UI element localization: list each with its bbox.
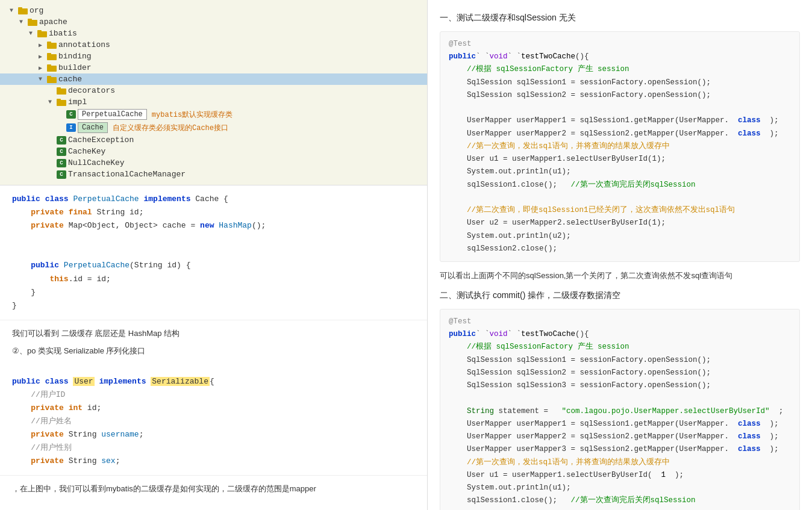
arrow-icon bbox=[39, 76, 46, 82]
folder-icon bbox=[28, 18, 37, 26]
tree-item-cachekey[interactable]: C CacheKey bbox=[0, 146, 427, 157]
code-line: sqlSession2.close(); bbox=[449, 243, 791, 255]
code-line: //用户姓名 bbox=[12, 415, 415, 428]
code-line: public class PerpetualCache implements C… bbox=[12, 193, 415, 206]
left-panel: org apache ibatis bbox=[0, 0, 428, 510]
tree-item-binding[interactable]: binding bbox=[0, 51, 427, 62]
arrow-icon bbox=[10, 7, 17, 14]
svg-rect-3 bbox=[28, 19, 32, 20]
folder-open-icon bbox=[47, 75, 57, 83]
arrow-icon bbox=[48, 99, 55, 105]
interface-icon: I bbox=[66, 123, 76, 132]
tree-label-nullcachekey: NullCacheKey bbox=[68, 158, 125, 167]
code-line: SqlSession sqlSession2 = sessionFactory.… bbox=[449, 367, 791, 379]
tree-label-ibatis: ibatis bbox=[49, 29, 77, 38]
text-block-bottom: ，在上图中，我们可以看到mybatis的二级缓存是如何实现的，二级缓存的范围是m… bbox=[0, 476, 427, 505]
code-line: User u2 = userMapper2.selectUserByUserId… bbox=[449, 217, 791, 229]
code-line: private final String id; bbox=[12, 206, 415, 219]
folder-icon bbox=[47, 41, 57, 49]
code-line: User u1 = userMapper1.selectUserByUserId… bbox=[449, 153, 791, 166]
code-line: UserMapper userMapper2 = sqlSession2.get… bbox=[449, 128, 791, 140]
tree-label-cachekey: CacheKey bbox=[68, 147, 105, 156]
code-line: sqlSession1.close(); //第一次查询完后关闭sqlSessi… bbox=[449, 179, 791, 191]
tree-label-decorators: decorators bbox=[68, 86, 115, 95]
code-line: sqlSession1.close(); //第一次查询完后关闭sqlSessi… bbox=[449, 494, 791, 507]
code-block-user: public class User implements Serializabl… bbox=[0, 368, 427, 476]
code-line: String statement = "com.lagou.pojo.UserM… bbox=[449, 405, 791, 418]
code-line bbox=[12, 232, 415, 246]
class-icon: C bbox=[57, 170, 66, 179]
file-tree: org apache ibatis bbox=[0, 0, 427, 185]
class-icon: C bbox=[57, 148, 66, 156]
code-line: //根据 sqlSessionFactory 产生 session bbox=[449, 341, 791, 353]
section1-title: 一、测试二级缓存和sqlSession 无关 bbox=[440, 11, 800, 25]
svg-rect-8 bbox=[47, 54, 57, 60]
tree-label-org: org bbox=[30, 6, 43, 15]
code-line: UserMapper userMapper1 = sqlSession1.get… bbox=[449, 418, 791, 431]
tree-item-annotations[interactable]: annotations bbox=[0, 39, 427, 51]
svg-rect-7 bbox=[47, 42, 51, 43]
tree-label-apache: apache bbox=[39, 17, 67, 26]
arrow-icon bbox=[39, 42, 46, 49]
tree-item-apache[interactable]: apache bbox=[0, 16, 427, 28]
plain-text-1: 可以看出上面两个不同的sqlSession,第一个关闭了，第二次查询依然不发sq… bbox=[440, 269, 800, 282]
tree-item-transactionalcachemanager[interactable]: C TransactionalCacheManager bbox=[0, 169, 427, 180]
code-line: SqlSession sqlSession1 = sessionFactory.… bbox=[449, 354, 791, 367]
svg-rect-0 bbox=[18, 8, 28, 14]
code-line: //根据 sqlSessionFactory 产生 session bbox=[449, 63, 791, 76]
tree-label-annotations: annotations bbox=[58, 40, 110, 49]
code-line: //第二次查询，即使sqlSession1已经关闭了，这次查询依然不发出sql语… bbox=[449, 204, 791, 217]
tree-item-cache[interactable]: cache bbox=[0, 73, 427, 85]
text-serializable: ②、po 类实现 Serializable 序列化接口 bbox=[12, 344, 415, 358]
code-line: public PerpetualCache(String id) { bbox=[12, 259, 415, 272]
tree-item-decorators[interactable]: decorators bbox=[0, 85, 427, 96]
tree-label-transactionalcachemanager: TransactionalCacheManager bbox=[68, 170, 186, 179]
arrow-icon bbox=[39, 53, 46, 60]
perpetual-annotation: mybatis默认实现缓存类 bbox=[152, 110, 233, 120]
code-line: User u1 = userMapper1.selectUserByUserId… bbox=[449, 469, 791, 482]
code-line bbox=[449, 102, 791, 114]
svg-rect-15 bbox=[57, 87, 61, 89]
code-line: //用户ID bbox=[12, 388, 415, 402]
code-line: public` `void` `testTwoCache(){ bbox=[449, 328, 791, 341]
class-icon: C bbox=[57, 159, 66, 167]
right-panel: 一、测试二级缓存和sqlSession 无关 @Test public` `vo… bbox=[428, 0, 812, 510]
code-line bbox=[449, 392, 791, 405]
code-block-perpetualcache: public class PerpetualCache implements C… bbox=[0, 185, 427, 320]
arrow-icon bbox=[39, 64, 46, 72]
tree-item-nullcachekey[interactable]: C NullCacheKey bbox=[0, 157, 427, 169]
code-line: } bbox=[12, 286, 415, 299]
tree-item-cacheexception[interactable]: C CacheException bbox=[0, 134, 427, 146]
tree-label-binding: binding bbox=[58, 52, 92, 61]
svg-rect-13 bbox=[47, 76, 51, 78]
code-line: //第一次查询，发出sql语句，并将查询的结果放入缓存中 bbox=[449, 140, 791, 153]
code-line: SqlSession sqlSession3 = sessionFactory.… bbox=[449, 379, 791, 392]
tree-item-impl[interactable]: impl bbox=[0, 96, 427, 108]
code-line: } bbox=[12, 299, 415, 313]
svg-rect-12 bbox=[47, 77, 57, 83]
tree-label-impl: impl bbox=[68, 98, 87, 107]
svg-rect-11 bbox=[47, 64, 51, 66]
code-line: UserMapper userMapper1 = sqlSession1.get… bbox=[449, 114, 791, 127]
code-line: System.out.println(u1); bbox=[449, 482, 791, 494]
code-line: //第一次查询，发出sql语句，并将查询的结果放入缓存中 bbox=[449, 456, 791, 469]
svg-rect-17 bbox=[57, 99, 61, 101]
svg-rect-9 bbox=[47, 53, 51, 55]
svg-rect-14 bbox=[57, 89, 66, 95]
code-line: public` `void` `testTwoCache(){ bbox=[449, 51, 791, 63]
tree-item-org[interactable]: org bbox=[0, 5, 427, 16]
code-line: SqlSession sqlSession1 = sessionFactory.… bbox=[449, 76, 791, 89]
cache-box[interactable]: Cache bbox=[78, 122, 108, 133]
class-icon: C bbox=[57, 136, 66, 145]
folder-icon bbox=[57, 98, 66, 106]
code-line: System.out.println(u1); bbox=[449, 166, 791, 178]
svg-rect-6 bbox=[47, 43, 57, 49]
perpetualcache-box[interactable]: PerpetualCache bbox=[78, 109, 147, 120]
folder-icon bbox=[18, 7, 28, 14]
tree-item-builder[interactable]: builder bbox=[0, 62, 427, 73]
code-line: private String sex; bbox=[12, 455, 415, 468]
folder-icon bbox=[47, 64, 57, 72]
tree-item-ibatis[interactable]: ibatis bbox=[0, 28, 427, 39]
code-line: public class User implements Serializabl… bbox=[12, 375, 415, 388]
svg-rect-4 bbox=[37, 31, 47, 37]
